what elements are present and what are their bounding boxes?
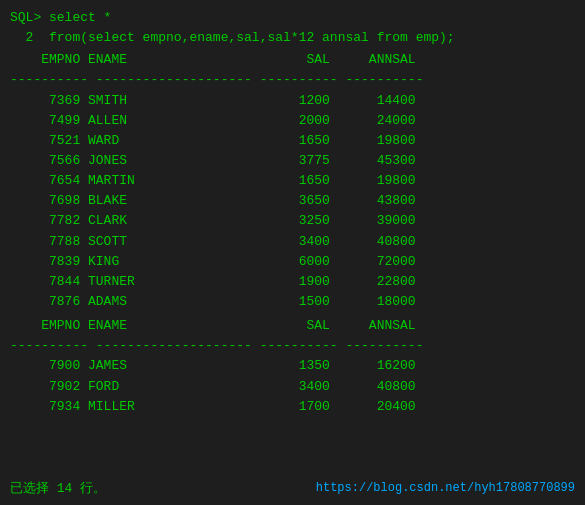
table-row: 7934 MILLER 1700 20400 (10, 397, 575, 417)
footer-url: https://blog.csdn.net/hyh17808770899 (316, 481, 575, 495)
table-row: 7654 MARTIN 1650 19800 (10, 171, 575, 191)
sql-line2: 2 from(select empno,ename,sal,sal*12 ann… (10, 28, 575, 48)
separator1: ---------- -------------------- --------… (10, 70, 575, 90)
table-row: 7902 FORD 3400 40800 (10, 377, 575, 397)
table-row: 7369 SMITH 1200 14400 (10, 91, 575, 111)
table-row: 7788 SCOTT 3400 40800 (10, 232, 575, 252)
sql-line1: SQL> select * (10, 8, 575, 28)
table-area: EMPNO ENAME SAL ANNSAL ---------- ------… (10, 50, 575, 417)
table-row: 7844 TURNER 1900 22800 (10, 272, 575, 292)
table-row: 7521 WARD 1650 19800 (10, 131, 575, 151)
table-row: 7839 KING 6000 72000 (10, 252, 575, 272)
table-row: 7900 JAMES 1350 16200 (10, 356, 575, 376)
rows-page2: 7900 JAMES 1350 16200 7902 FORD 3400 408… (10, 356, 575, 416)
terminal: SQL> select * 2 from(select empno,ename,… (10, 8, 575, 497)
table-row: 7698 BLAKE 3650 43800 (10, 191, 575, 211)
rows-page1: 7369 SMITH 1200 14400 7499 ALLEN 2000 24… (10, 91, 575, 313)
footer: 已选择 14 行。 https://blog.csdn.net/hyh17808… (10, 475, 575, 497)
table-row: 7782 CLARK 3250 39000 (10, 211, 575, 231)
separator2: ---------- -------------------- --------… (10, 336, 575, 356)
table-row: 7876 ADAMS 1500 18000 (10, 292, 575, 312)
table-header2: EMPNO ENAME SAL ANNSAL (10, 316, 575, 336)
table-row: 7566 JONES 3775 45300 (10, 151, 575, 171)
table-header1: EMPNO ENAME SAL ANNSAL (10, 50, 575, 70)
footer-row-count: 已选择 14 行。 (10, 479, 106, 497)
table-row: 7499 ALLEN 2000 24000 (10, 111, 575, 131)
